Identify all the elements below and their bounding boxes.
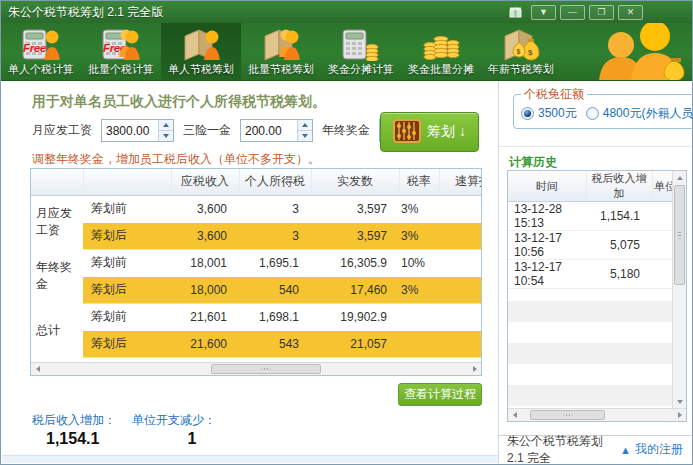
plan-table-cell: 10%: [399, 249, 439, 276]
my-registration-link[interactable]: ▲ 我的注册: [620, 441, 683, 458]
book-moneybag-icon: $$: [502, 26, 540, 61]
toolbar-item-label: 批量节税筹划: [248, 62, 314, 77]
scroll-right-arrow[interactable]: [673, 409, 686, 421]
plan-table-cell: [439, 222, 481, 249]
window-maximize-button[interactable]: ❐: [589, 5, 614, 20]
plan-table-row: 年终奖金筹划前18,0011,695.116,305.910%: [31, 249, 481, 276]
toolbar-item-bonus-batch-split[interactable]: 奖金批量分摊: [401, 23, 481, 80]
plan-table-row: 筹划后3,60033,5973%: [31, 222, 481, 249]
input-field-1[interactable]: [241, 120, 297, 141]
sidebar: 个税免征额 3500元4800元(外籍人员) 计算历史 时间税后收入增加单位开支…: [499, 82, 691, 463]
plan-table-column-header: 个人所得税: [239, 169, 311, 195]
spin-down-button[interactable]: [159, 131, 173, 141]
toolbar-item-bonus-split-calc[interactable]: 奖金分摊计算: [321, 23, 401, 80]
window-controls: ▼—❐✕: [507, 5, 643, 20]
scrollbar-thumb[interactable]: [211, 364, 321, 374]
window-dropdown-button[interactable]: ▼: [531, 5, 556, 20]
plan-table-cell: 540: [239, 276, 311, 303]
app-version-label: 朱公个税节税筹划 2.1 完全: [507, 433, 620, 465]
page-description: 用于对单名员工收入进行个人所得税节税筹划。: [32, 93, 326, 111]
spin-up-button[interactable]: [298, 120, 312, 131]
plan-table-h-scrollbar[interactable]: [31, 362, 481, 375]
history-time-cell: 13-12-17 10:56: [508, 231, 586, 260]
plan-table-row: 月应发工资筹划前3,60033,5973%: [31, 195, 481, 222]
spin-down-button[interactable]: [298, 131, 312, 141]
scrollbar-thumb[interactable]: [674, 185, 685, 285]
scroll-left-arrow[interactable]: [508, 409, 521, 421]
radio-button-icon[interactable]: [586, 107, 599, 120]
calculator-free-person-icon: Free: [22, 26, 60, 61]
up-arrow-icon: ▲: [620, 444, 631, 456]
plan-table-cell: 21,601: [171, 303, 239, 330]
down-arrow-icon: [302, 134, 308, 138]
plan-table-row: 总计筹划前21,6011,698.119,902.9: [31, 303, 481, 330]
history-header-row: 时间税后收入增加单位开支: [508, 171, 672, 202]
history-increase-cell: 5,075: [586, 231, 652, 260]
abacus-icon: [393, 119, 421, 146]
plan-table-row: 筹划后18,00054017,4603%: [31, 276, 481, 303]
history-column-header: 时间: [508, 171, 586, 202]
plan-table-cell: [399, 303, 439, 330]
plan-table-cell: [439, 330, 481, 357]
toolbar-item-label: 单人个税计算: [8, 62, 74, 77]
radio-button-icon[interactable]: [521, 107, 534, 120]
history-row[interactable]: 13-12-28 15:131,154.1: [508, 202, 672, 231]
toolbar-item-single-tax-calc[interactable]: Free单人个税计算: [1, 23, 81, 80]
expense-label: 单位开支减少：: [132, 412, 216, 429]
plan-table-cell: 3,597: [311, 195, 399, 222]
radio-label: 4800元(外籍人员): [603, 105, 693, 122]
toolbar-item-batch-tax-plan[interactable]: 批量节税筹划: [241, 23, 321, 80]
plan-table-column-header: 速算扣除数: [439, 169, 481, 195]
plan-table-cell: [439, 195, 481, 222]
history-h-scrollbar[interactable]: [508, 408, 686, 421]
history-row[interactable]: 13-12-17 10:565,075: [508, 231, 672, 260]
spin-up-button[interactable]: [159, 120, 173, 131]
history-title: 计算历史: [509, 154, 557, 171]
input-label-2: 年终奖金: [322, 122, 370, 139]
exemption-radio-1[interactable]: 4800元(外籍人员): [586, 105, 693, 122]
scroll-down-arrow[interactable]: [673, 395, 686, 408]
scrollbar-thumb[interactable]: [530, 410, 605, 420]
history-expense-cell: [652, 260, 672, 289]
plan-table-cell: [439, 249, 481, 276]
coins-group-icon: [422, 26, 460, 61]
scroll-left-arrow[interactable]: [31, 363, 44, 375]
result-labels: 税后收入增加： 单位开支减少：: [32, 412, 216, 429]
window-close-button[interactable]: ✕: [618, 5, 643, 20]
exemption-groupbox: 个税免征额 3500元4800元(外籍人员): [513, 86, 693, 129]
toolbar-item-single-tax-plan[interactable]: 单人节税筹划: [161, 23, 241, 80]
svg-text:Free: Free: [23, 42, 46, 54]
plan-table-cell: 18,000: [171, 276, 239, 303]
input-field-0[interactable]: [102, 120, 158, 141]
sidebar-footer: 朱公个税节税筹划 2.1 完全 ▲ 我的注册: [499, 435, 691, 463]
titlebar: 朱公个税节税筹划 2.1 完全版 ▼—❐✕: [1, 1, 692, 23]
plan-table-column-header: [31, 169, 83, 195]
increase-label: 税后收入增加：: [32, 412, 116, 429]
increase-value: 1,154.1: [46, 430, 99, 448]
note-text: 调整年终奖金，增加员工税后收入（单位不多开支）。: [32, 151, 320, 168]
toolbar-item-salary-tax-plan[interactable]: $$年薪节税筹划: [481, 23, 561, 80]
plan-button[interactable]: 筹划 ↓: [380, 112, 479, 152]
gift-icon[interactable]: [507, 5, 523, 19]
history-time-cell: 13-12-17 10:54: [508, 260, 586, 289]
plan-table-cell: [399, 330, 439, 357]
exemption-radio-0[interactable]: 3500元: [521, 105, 577, 122]
plan-table-cell: 3: [239, 195, 311, 222]
toolbar-item-label: 年薪节税筹划: [488, 62, 554, 77]
scroll-up-arrow[interactable]: [673, 171, 686, 184]
toolbar: Free单人个税计算Free批量个税计算单人节税筹划批量节税筹划奖金分摊计算奖金…: [1, 23, 692, 81]
toolbar-item-batch-tax-calc[interactable]: Free批量个税计算: [81, 23, 161, 80]
history-table: 时间税后收入增加单位开支 13-12-28 15:131,154.113-12-…: [507, 170, 687, 422]
window-minimize-button[interactable]: —: [560, 5, 585, 20]
book-person-icon: [182, 26, 220, 61]
plan-table-cell: 18,001: [171, 249, 239, 276]
plan-table-viewport: 应税收入个人所得税实发数税率速算扣除数 月应发工资筹划前3,60033,5973…: [31, 169, 481, 362]
phase-label: 筹划前: [83, 195, 171, 222]
up-arrow-icon: [302, 123, 308, 127]
view-process-button[interactable]: 查看计算过程: [398, 383, 482, 406]
scroll-right-arrow[interactable]: [468, 363, 481, 375]
history-row[interactable]: 13-12-17 10:545,180: [508, 260, 672, 289]
history-v-scrollbar[interactable]: [672, 171, 686, 408]
history-column-header: 单位开支: [652, 171, 672, 202]
toolbar-item-label: 奖金批量分摊: [408, 62, 474, 77]
